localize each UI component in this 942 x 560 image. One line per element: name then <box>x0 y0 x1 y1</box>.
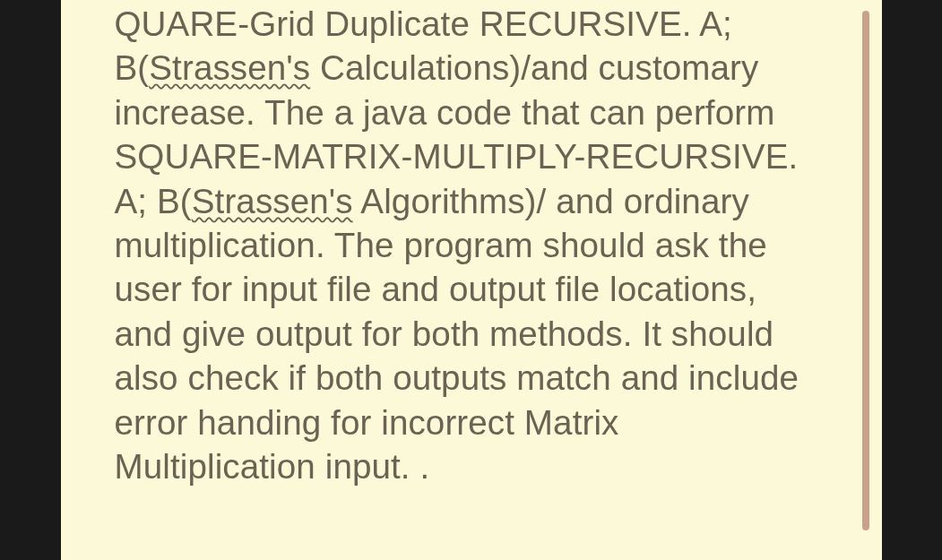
scrollbar-thumb[interactable] <box>862 11 869 530</box>
text-seg-3: Algorithms)/ and ordinary multiplication… <box>115 182 799 486</box>
content-card: QUARE-Grid Duplicate RECURSIVE. A; B(Str… <box>61 0 882 560</box>
spellcheck-underline-2: Strassen's <box>192 182 353 220</box>
spellcheck-underline-1: Strassen's <box>149 48 310 87</box>
document-text: QUARE-Grid Duplicate RECURSIVE. A; B(Str… <box>115 0 828 488</box>
